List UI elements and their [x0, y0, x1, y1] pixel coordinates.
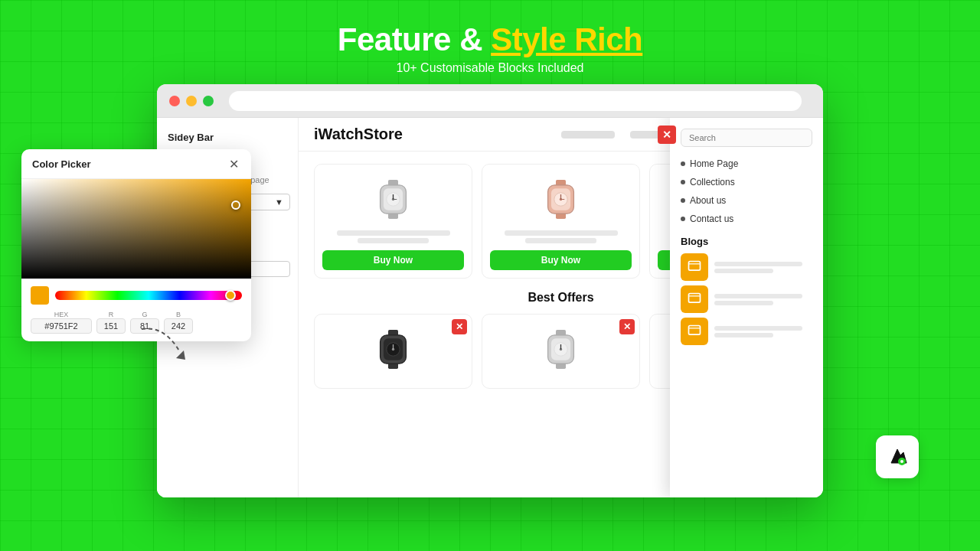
product-price-2 — [525, 238, 596, 243]
blog-item-1 — [681, 253, 812, 281]
dropdown-arrow: ▼ — [275, 197, 283, 207]
svg-rect-47 — [689, 326, 701, 335]
offer-card-2: ✕ — [482, 314, 640, 389]
menu-item-collections[interactable]: Collections — [681, 173, 812, 191]
product-img-2 — [490, 172, 632, 226]
blog-line-3a — [714, 326, 802, 331]
cp-hue-thumb — [225, 290, 236, 301]
watch-svg-silver — [372, 174, 414, 224]
browser-window: Sidey Bar Background Hover scroll to the… — [157, 84, 823, 497]
cp-title: Color Picker — [32, 158, 91, 170]
product-card-2: Buy Now — [482, 164, 640, 279]
cp-close-button[interactable]: ✕ — [227, 157, 240, 171]
offer-card-1: ✕ — [314, 314, 472, 389]
offer-watch-2 — [540, 324, 582, 374]
buy-now-btn-1[interactable]: Buy Now — [322, 250, 464, 270]
cp-r-group: R — [96, 311, 126, 334]
color-picker-panel: Color Picker ✕ HEX R — [21, 149, 251, 341]
dot-red[interactable] — [169, 96, 180, 106]
cp-titlebar: Color Picker ✕ — [21, 149, 251, 179]
blog-line-3b — [714, 333, 773, 337]
menu-item-contact[interactable]: Contact us — [681, 210, 812, 228]
dot-yellow[interactable] — [186, 96, 197, 106]
hero-header: Feature & Style Rich 10+ Customisable Bl… — [338, 0, 642, 75]
store-content: iWatchStore 🔍 🛍 — [299, 118, 823, 497]
product-title-2 — [505, 230, 618, 236]
product-card-1: Buy Now — [314, 164, 472, 279]
hero-title-highlight: Style Rich — [491, 21, 642, 57]
menu-about-label: About us — [690, 195, 726, 206]
blog-line-2b — [714, 301, 773, 305]
menu-search-input[interactable] — [681, 129, 812, 147]
cp-g-label: G — [142, 311, 147, 318]
blog-line-2a — [714, 294, 802, 298]
close-menu-button[interactable]: ✕ — [658, 126, 676, 144]
blog-text-3 — [714, 324, 812, 340]
discount-badge-2: ✕ — [619, 319, 635, 334]
cp-hue-slider[interactable] — [55, 291, 242, 300]
cp-hex-input[interactable] — [31, 318, 92, 334]
browser-titlebar — [157, 84, 823, 118]
svg-point-50 — [900, 460, 903, 463]
nav-bar-1 — [561, 131, 615, 139]
blog-text-1 — [714, 259, 812, 276]
bullet-home — [681, 161, 685, 166]
color-tool-svg — [885, 445, 910, 469]
hero-subtitle: 10+ Customisable Blocks Included — [338, 61, 642, 75]
browser-addressbar — [229, 91, 802, 111]
offer-img-2 — [490, 322, 632, 376]
menu-item-home[interactable]: Home Page — [681, 155, 812, 173]
cp-b-label: B — [176, 311, 181, 318]
svg-rect-45 — [689, 262, 701, 271]
watch-svg-rosegold — [540, 174, 582, 224]
bullet-about — [681, 198, 685, 203]
bullet-contact — [681, 217, 685, 221]
color-tool-icon[interactable] — [876, 435, 919, 478]
browser-content: Sidey Bar Background Hover scroll to the… — [157, 118, 823, 497]
buy-now-btn-2[interactable]: Buy Now — [490, 250, 632, 270]
menu-collections-label: Collections — [690, 177, 735, 187]
cp-color-preview — [31, 286, 49, 305]
svg-marker-48 — [176, 350, 185, 360]
product-img-1 — [322, 172, 464, 226]
cp-r-label: R — [109, 311, 114, 318]
dot-green[interactable] — [203, 96, 214, 106]
menu-home-label: Home Page — [690, 158, 738, 169]
hero-title: Feature & Style Rich — [338, 21, 642, 58]
cp-hex-group: HEX — [31, 311, 92, 334]
hero-title-part1: Feature & — [338, 21, 491, 57]
offer-watch-1 — [372, 324, 414, 374]
cp-gradient-cursor — [231, 201, 240, 210]
blog-line-1a — [714, 262, 802, 266]
offer-img-1 — [322, 322, 464, 376]
sidebar-panel-title: Sidey Bar — [157, 127, 298, 149]
blog-item-3 — [681, 318, 812, 345]
blog-text-2 — [714, 292, 812, 308]
svg-rect-46 — [689, 294, 701, 303]
blog-line-1b — [714, 269, 773, 273]
product-price-1 — [358, 238, 429, 243]
blog-img-3 — [681, 318, 708, 345]
side-menu-overlay: ✕ Home Page Collections About us — [670, 118, 823, 497]
blog-img-2 — [681, 285, 708, 313]
blog-img-1 — [681, 253, 708, 281]
blogs-title: Blogs — [681, 236, 812, 247]
cp-hue-row — [31, 286, 242, 305]
menu-item-about[interactable]: About us — [681, 191, 812, 210]
product-title-1 — [337, 230, 450, 236]
cp-r-input[interactable] — [96, 318, 126, 334]
blog-item-2 — [681, 285, 812, 313]
store-logo: iWatchStore — [314, 126, 403, 143]
discount-badge-1: ✕ — [452, 319, 467, 334]
bullet-collections — [681, 180, 685, 184]
cp-gradient-area[interactable] — [21, 179, 251, 279]
dashed-arrow — [134, 321, 195, 367]
cp-hex-label: HEX — [54, 311, 69, 318]
page-wrapper: Feature & Style Rich 10+ Customisable Bl… — [0, 0, 980, 551]
menu-contact-label: Contact us — [690, 214, 733, 224]
